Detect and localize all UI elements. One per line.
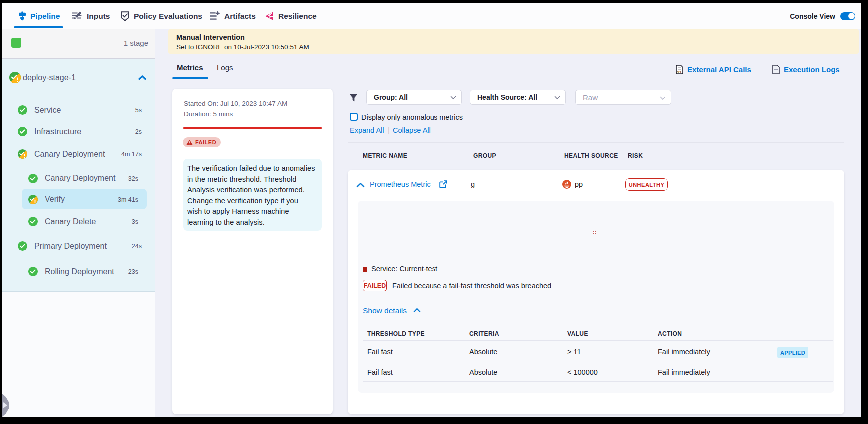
svg-text:API: API	[676, 70, 681, 74]
